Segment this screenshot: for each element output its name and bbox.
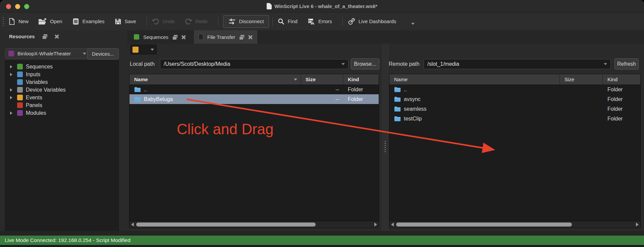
pane-splitter[interactable] <box>381 44 390 231</box>
examples-button[interactable]: Examples <box>72 18 105 25</box>
scrollbar-thumb[interactable] <box>136 223 316 227</box>
folder-icon <box>134 96 141 102</box>
status-gap <box>0 231 644 236</box>
events-icon <box>17 95 23 100</box>
folder-icon <box>394 96 401 102</box>
close-tab-icon[interactable] <box>181 35 186 39</box>
dashboards-icon <box>347 17 356 26</box>
device-variables-icon <box>17 87 23 93</box>
toolbar-separator <box>218 17 218 26</box>
tree-item-inputs[interactable]: Inputs <box>5 70 118 78</box>
column-header-kind[interactable]: Kind <box>603 74 640 85</box>
float-panel-icon[interactable] <box>42 34 47 39</box>
local-file-table: Name Size Kind .. -- Folder <box>129 74 379 228</box>
find-button[interactable]: Find <box>277 18 298 25</box>
tree-item-modules[interactable]: Modules <box>5 109 118 117</box>
table-row-babybeluga[interactable]: BabyBeluga -- Folder <box>129 94 379 104</box>
resources-panel-title: Resources <box>9 34 35 39</box>
live-dashboards-button[interactable]: Live Dashboards <box>347 17 396 26</box>
remote-path-combobox[interactable]: /slot_1/media <box>424 59 611 69</box>
local-table-header: Name Size Kind <box>129 74 379 85</box>
open-button[interactable]: Open <box>38 18 62 25</box>
table-row-parent-dir[interactable]: .. -- Folder <box>129 85 379 94</box>
folder-icon <box>394 106 401 112</box>
devices-button[interactable]: Devices... <box>87 48 119 59</box>
app-window: WinScript Live 6 - whale_of_a_theater.ws… <box>0 0 644 247</box>
errors-button[interactable]: Errors <box>307 18 332 25</box>
column-header-size[interactable]: Size <box>560 74 603 85</box>
expand-arrow-icon[interactable] <box>10 73 12 76</box>
tree-item-device-variables[interactable]: Device Variables <box>5 86 118 94</box>
tree-item-events[interactable]: Events <box>5 94 118 101</box>
tab-file-transfer[interactable]: File Transfer <box>194 30 257 44</box>
tab-sequences[interactable]: Sequences <box>129 30 191 44</box>
toolbar-overflow-chevron-icon[interactable] <box>411 23 415 25</box>
undo-button[interactable]: Undo <box>152 18 175 25</box>
column-header-size[interactable]: Size <box>301 74 343 85</box>
tree-item-panels[interactable]: Panels <box>5 101 118 109</box>
column-header-kind[interactable]: Kind <box>343 74 379 85</box>
new-document-icon <box>8 18 15 25</box>
new-button[interactable]: New <box>8 18 29 25</box>
table-row-avsync[interactable]: avsync Folder <box>389 94 640 104</box>
open-folder-icon <box>38 18 47 25</box>
redo-button[interactable]: Redo <box>184 18 208 25</box>
expand-arrow-icon[interactable] <box>10 96 12 99</box>
window-title: WinScript Live 6 - whale_of_a_theater.ws… <box>274 3 377 9</box>
resources-panel: Resources BinloopX-WhaleTheater Devices.… <box>0 30 126 235</box>
table-row-parent-dir[interactable]: .. Folder <box>389 85 640 94</box>
scroll-right-icon[interactable] <box>636 223 639 227</box>
expand-arrow-icon[interactable] <box>10 65 12 68</box>
panels-icon <box>17 102 23 108</box>
examples-icon <box>72 18 79 25</box>
table-row-testclip[interactable]: testClip Folder <box>389 114 640 124</box>
errors-icon <box>307 18 315 25</box>
toolbar-drag-handle[interactable] <box>3 17 4 26</box>
horizontal-scrollbar[interactable] <box>129 221 379 228</box>
browse-button[interactable]: Browse... <box>351 58 379 69</box>
disconnect-icon <box>228 18 236 25</box>
scroll-right-icon[interactable] <box>374 223 377 227</box>
scrollbar-thumb[interactable] <box>396 223 572 227</box>
table-row-seamless[interactable]: seamless Folder <box>389 104 640 114</box>
chevron-down-icon <box>604 63 607 65</box>
tab-bar: Sequences File Transfer <box>127 30 644 44</box>
float-tab-icon[interactable] <box>239 35 244 39</box>
disconnect-button[interactable]: Disconnect <box>223 15 269 28</box>
device-selector-dropdown[interactable]: BinloopX-WhaleTheater <box>5 48 89 59</box>
sequences-tab-icon <box>134 34 139 40</box>
scroll-left-icon[interactable] <box>391 223 394 227</box>
inputs-icon <box>17 71 23 77</box>
expand-arrow-icon[interactable] <box>10 88 12 92</box>
toolbar: New Open Examples Save Undo Redo Disconn… <box>0 12 644 31</box>
local-path-combobox[interactable]: /Users/Scott/Desktop/Media <box>160 59 348 69</box>
folder-icon <box>394 87 401 92</box>
modules-icon <box>17 110 23 116</box>
close-panel-icon[interactable] <box>55 34 59 39</box>
save-button[interactable]: Save <box>114 18 136 25</box>
clip-color-swatch <box>132 47 139 53</box>
tree-item-sequences[interactable]: Sequences <box>5 63 118 70</box>
column-header-name[interactable]: Name <box>129 74 301 85</box>
clip-color-dropdown[interactable] <box>130 45 157 54</box>
expand-arrow-icon[interactable] <box>10 111 12 115</box>
scroll-left-icon[interactable] <box>131 223 134 227</box>
float-tab-icon[interactable] <box>172 35 177 39</box>
refresh-button[interactable]: Refresh <box>614 58 639 69</box>
close-tab-icon[interactable] <box>248 35 253 39</box>
file-transfer-panel: Local path /Users/Scott/Desktop/Media Br… <box>127 44 644 231</box>
resources-tree: Sequences Inputs Variables Device Variab… <box>5 60 119 232</box>
status-text: Live Mode Connected: 192.168.0.254 - Scr… <box>5 237 130 243</box>
folder-icon <box>134 87 141 92</box>
sort-indicator-icon <box>294 79 297 81</box>
remote-file-table: Name Size Kind .. Folder <box>389 74 641 228</box>
undo-icon <box>152 18 160 25</box>
toolbar-separator <box>342 17 343 26</box>
tree-item-variables[interactable]: Variables <box>5 78 118 86</box>
chevron-down-icon <box>151 49 154 51</box>
column-header-name[interactable]: Name <box>389 74 560 85</box>
title-bar: WinScript Live 6 - whale_of_a_theater.ws… <box>0 0 644 12</box>
remote-path-label: Remote path <box>389 61 420 67</box>
horizontal-scrollbar[interactable] <box>389 221 640 228</box>
status-bar: Live Mode Connected: 192.168.0.254 - Scr… <box>0 236 644 245</box>
